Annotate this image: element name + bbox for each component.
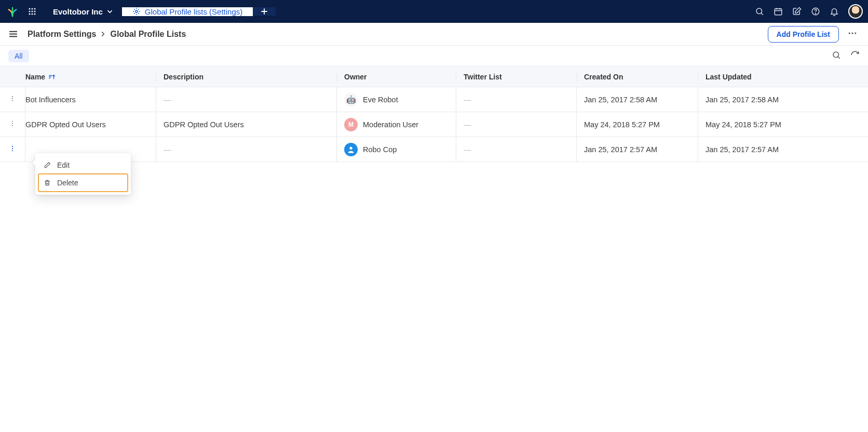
new-tab-button[interactable] <box>253 7 276 16</box>
pencil-icon <box>44 161 51 169</box>
col-header-twitter[interactable]: Twitter List <box>456 73 576 81</box>
owner-name: Moderation User <box>363 120 418 129</box>
workspace-selector[interactable]: Evoltobor Inc <box>44 7 122 16</box>
svg-point-21 <box>12 121 13 122</box>
search-icon[interactable] <box>755 7 764 16</box>
subheader: Platform Settings Global Profile Lists A… <box>0 23 868 46</box>
owner-name: Robo Cop <box>363 145 397 154</box>
cell-owner: Robo Cop <box>336 137 456 161</box>
svg-point-14 <box>849 32 850 34</box>
svg-point-16 <box>855 32 856 34</box>
svg-point-8 <box>34 13 35 15</box>
col-header-owner[interactable]: Owner <box>336 73 456 81</box>
cell-description: — <box>156 137 336 161</box>
row-kebab-icon[interactable] <box>9 95 16 104</box>
svg-point-17 <box>833 52 839 58</box>
cell-description: — <box>156 87 336 112</box>
menu-item-delete[interactable]: Delete <box>38 174 128 192</box>
row-kebab-icon[interactable] <box>9 145 16 154</box>
svg-point-3 <box>29 10 30 12</box>
filter-chip-all[interactable]: All <box>8 50 29 62</box>
owner-name: Eve Robot <box>363 96 398 104</box>
add-profile-list-button[interactable]: Add Profile List <box>768 26 839 43</box>
gear-icon <box>132 7 141 16</box>
cell-created: Jan 25, 2017 2:57 AM <box>576 137 698 161</box>
tab-global-profile-lists[interactable]: Global Profile lists (Settings) <box>122 7 253 16</box>
owner-avatar: M <box>344 118 358 131</box>
svg-rect-11 <box>775 9 782 15</box>
breadcrumb: Platform Settings Global Profile Lists <box>28 30 186 39</box>
table-header: Name Description Owner Twitter List Crea… <box>0 66 868 87</box>
search-icon[interactable] <box>832 50 841 62</box>
calendar-icon[interactable] <box>774 7 783 16</box>
svg-point-26 <box>12 150 13 151</box>
row-context-menu: Edit Delete <box>35 153 131 195</box>
svg-point-13 <box>815 13 816 14</box>
svg-point-6 <box>29 13 30 15</box>
sort-icon <box>48 73 56 80</box>
hamburger-icon[interactable] <box>8 29 18 39</box>
cell-created: Jan 25, 2017 2:58 AM <box>576 87 698 112</box>
more-icon[interactable] <box>845 28 860 40</box>
svg-point-23 <box>12 125 13 126</box>
cell-name: GDPR Opted Out Users <box>25 112 156 137</box>
trash-icon <box>44 179 51 186</box>
table-row[interactable]: GDPR Opted Out UsersGDPR Opted Out Users… <box>0 112 868 137</box>
svg-point-22 <box>12 123 13 124</box>
user-avatar[interactable] <box>848 4 863 19</box>
owner-avatar <box>344 93 358 106</box>
svg-point-19 <box>12 98 13 99</box>
chevron-right-icon <box>100 31 106 37</box>
owner-avatar <box>344 143 358 156</box>
table-row[interactable]: Bot Influencers—Eve Robot—Jan 25, 2017 2… <box>0 87 868 112</box>
menu-item-edit[interactable]: Edit <box>38 156 128 174</box>
svg-point-18 <box>12 96 13 97</box>
col-header-updated[interactable]: Last Updated <box>698 73 868 81</box>
svg-point-10 <box>756 8 762 14</box>
svg-point-1 <box>31 8 33 9</box>
cell-owner: Eve Robot <box>336 87 456 112</box>
cell-description: GDPR Opted Out Users <box>156 112 336 137</box>
menu-item-label: Delete <box>57 179 78 187</box>
tab-label: Global Profile lists (Settings) <box>145 7 242 16</box>
col-header-created[interactable]: Created On <box>576 73 698 81</box>
svg-point-25 <box>12 148 13 149</box>
svg-point-15 <box>852 32 853 34</box>
col-header-description[interactable]: Description <box>156 73 336 81</box>
svg-point-7 <box>31 13 33 15</box>
refresh-icon[interactable] <box>850 50 860 62</box>
cell-name: Bot Influencers <box>25 87 156 112</box>
topbar: Evoltobor Inc Global Profile lists (Sett… <box>0 0 868 23</box>
svg-point-0 <box>29 8 30 9</box>
cell-twitter: — <box>456 87 576 112</box>
cell-updated: Jan 25, 2017 2:57 AM <box>698 137 868 161</box>
svg-point-20 <box>12 100 13 101</box>
cell-created: May 24, 2018 5:27 PM <box>576 112 698 137</box>
workspace-label: Evoltobor Inc <box>53 7 103 16</box>
svg-point-24 <box>12 146 13 147</box>
bell-icon[interactable] <box>830 7 839 16</box>
apps-grid-icon[interactable] <box>21 7 44 16</box>
cell-updated: Jan 25, 2017 2:58 AM <box>698 87 868 112</box>
chevron-down-icon <box>107 9 113 15</box>
filterbar: All <box>0 46 868 66</box>
svg-point-27 <box>349 146 352 149</box>
row-kebab-icon[interactable] <box>9 120 16 129</box>
help-icon[interactable] <box>811 7 820 16</box>
cell-twitter: — <box>456 137 576 161</box>
app-logo <box>0 6 21 17</box>
menu-item-label: Edit <box>57 161 70 169</box>
svg-point-9 <box>135 10 138 12</box>
cell-twitter: — <box>456 112 576 137</box>
breadcrumb-current: Global Profile Lists <box>110 30 186 39</box>
svg-point-2 <box>34 8 35 9</box>
cell-owner: MModeration User <box>336 112 456 137</box>
col-header-name[interactable]: Name <box>25 73 156 81</box>
compose-icon[interactable] <box>792 7 802 16</box>
cell-updated: May 24, 2018 5:27 PM <box>698 112 868 137</box>
breadcrumb-root[interactable]: Platform Settings <box>28 30 96 39</box>
svg-point-4 <box>31 10 33 12</box>
svg-point-5 <box>34 10 35 12</box>
